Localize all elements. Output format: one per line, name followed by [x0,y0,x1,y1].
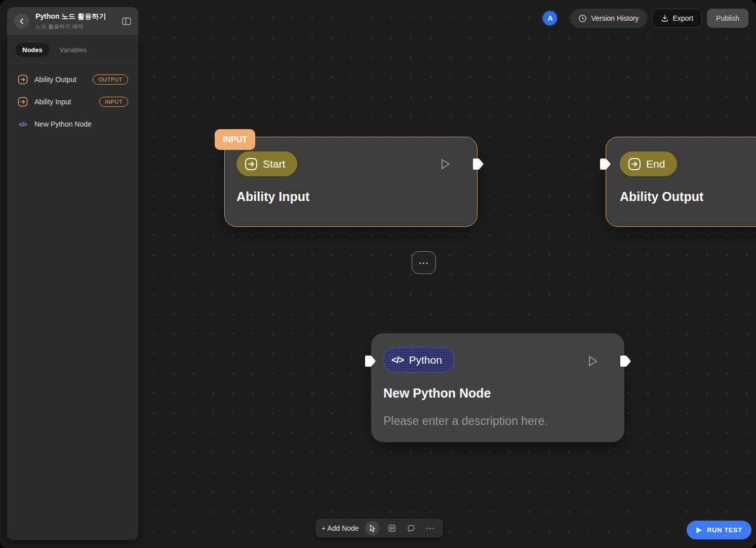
publish-label: Publish [716,14,739,22]
node-ability-input[interactable]: INPUT Start Ability Input [224,137,478,227]
notes-tool-button[interactable] [385,522,399,535]
play-icon [696,527,702,534]
node-list: Ability Output OUTPUT Ability Input INPU… [7,63,138,140]
publish-button[interactable]: Publish [707,9,748,28]
input-tag: INPUT [215,129,255,150]
cursor-icon [368,524,376,532]
flow-canvas[interactable]: Python 노드 활용하기 노드 활용하기 예제 Nodes Variable… [0,0,756,548]
input-badge: INPUT [99,97,128,107]
avatar[interactable]: A [543,11,557,25]
panel-toggle-icon [122,17,131,25]
tab-variables[interactable]: Variables [53,43,94,57]
start-pill: Start [236,151,297,176]
node-ability-output[interactable]: End Ability Output [606,137,756,227]
python-pill: </> Python [383,347,454,372]
play-outline-icon [587,355,599,368]
code-icon: </> [17,121,28,128]
list-item-label: Ability Input [34,98,99,106]
output-port[interactable] [619,355,631,368]
python-pill-label: Python [409,354,442,366]
play-outline-icon [440,158,452,171]
node-title: Ability Output [620,189,703,204]
list-item-ability-output[interactable]: Ability Output OUTPUT [13,68,132,91]
version-history-label: Version History [591,14,639,22]
input-port[interactable] [364,355,376,368]
chat-bubble-icon [407,524,415,532]
arrow-input-icon [17,97,28,107]
sidebar-toggle-button[interactable] [122,17,131,25]
output-port[interactable] [472,158,484,171]
end-pill: End [620,151,677,176]
export-label: Export [673,14,693,22]
list-item-label: New Python Node [34,120,128,128]
node-library-sidebar: Nodes Variables Ability Output OUTPUT [7,35,138,540]
node-title: Ability Input [236,189,309,204]
sidebar-tabs: Nodes Variables [7,35,138,63]
workflow-title: Python 노드 활용하기 [35,12,122,21]
node-new-python[interactable]: </> Python New Python Node Please enter … [371,333,624,442]
chevron-left-icon [18,18,25,25]
input-port[interactable] [599,158,611,171]
arrow-start-icon [245,158,258,171]
topbar-actions: A Version History Export Publish [543,9,748,28]
tab-nodes[interactable]: Nodes [15,43,50,57]
node-description[interactable]: Please enter a description here. [383,414,548,428]
version-history-button[interactable]: Version History [570,9,647,28]
back-button[interactable] [14,14,29,29]
run-node-button[interactable] [587,355,599,370]
arrow-output-icon [17,74,28,85]
run-node-button[interactable] [440,158,452,173]
workflow-subtitle: 노드 활용하기 예제 [35,23,122,30]
canvas-toolbar: + Add Node ⋯ [315,519,443,537]
list-item-new-python-node[interactable]: </> New Python Node [13,113,132,135]
node-title: New Python Node [383,386,491,401]
run-test-button[interactable]: RUN TEST [687,521,751,539]
add-node-button[interactable]: + Add Node [322,524,359,532]
download-icon [661,14,669,22]
code-icon: </> [391,355,404,366]
export-button[interactable]: Export [652,9,702,28]
start-pill-label: Start [263,158,285,170]
arrow-end-icon [628,158,641,171]
list-item-label: Ability Output [34,75,93,84]
more-options-button[interactable]: ⋯ [424,522,437,535]
workflow-header: Python 노드 활용하기 노드 활용하기 예제 [7,7,138,35]
comment-tool-button[interactable] [405,522,418,535]
list-item-ability-input[interactable]: Ability Input INPUT [13,91,132,113]
run-test-label: RUN TEST [707,526,742,534]
output-badge: OUTPUT [93,74,128,85]
end-pill-label: End [646,158,665,170]
document-icon [388,524,396,532]
edge-options-button[interactable]: ⋯ [412,251,436,274]
pointer-tool-button[interactable] [365,521,379,535]
history-clock-icon [578,14,587,23]
